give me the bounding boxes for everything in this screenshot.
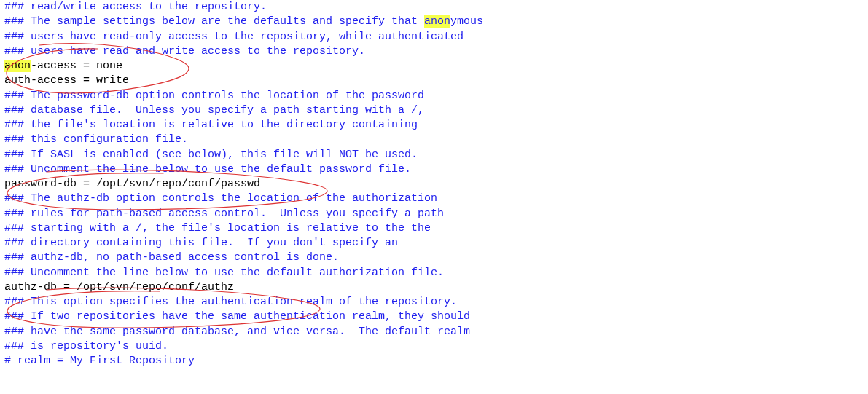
text-segment: ### database file. Unless you specify a … [4, 104, 424, 117]
text-segment: ### The authz-db option controls the loc… [4, 192, 437, 205]
code-line: ### Uncomment the line below to use the … [4, 162, 864, 177]
text-segment: ### users have read-only access to the r… [4, 31, 464, 43]
code-line: ### directory containing this file. If y… [4, 236, 864, 251]
text-segment: # realm = My First Repository [4, 355, 195, 367]
text-segment: ### the file's location is relative to t… [4, 119, 418, 131]
config-file-view: ### read/write access to the repository.… [0, 0, 868, 369]
text-segment: -access = none [31, 60, 122, 72]
code-line: ### users have read-only access to the r… [4, 30, 864, 44]
text-segment: ### The sample settings below are the de… [4, 15, 424, 28]
code-line: # realm = My First Repository [4, 354, 864, 369]
text-segment: ### This option specifies the authentica… [4, 296, 457, 308]
code-line: ### This option specifies the authentica… [4, 295, 864, 310]
code-line: ### is repository's uuid. [4, 339, 864, 354]
code-line: ### The authz-db option controls the loc… [4, 192, 864, 206]
code-line: auth-access = write [4, 74, 864, 88]
text-segment: ### Uncomment the line below to use the … [4, 163, 411, 176]
code-line: ### authz-db, no path-based access contr… [4, 251, 864, 265]
code-line: password-db = /opt/svn/repo/conf/passwd [4, 177, 864, 192]
code-line: ### read/write access to the repository. [4, 0, 864, 15]
text-segment: ### is repository's uuid. [4, 340, 168, 352]
code-line: authz-db = /opt/svn/repo/conf/authz [4, 280, 864, 295]
code-line: ### users have read and write access to … [4, 44, 864, 59]
text-segment: ### directory containing this file. If y… [4, 237, 398, 249]
code-line: ### this configuration file. [4, 133, 864, 147]
code-line: ### rules for path-based access control.… [4, 207, 864, 221]
code-line: ### have the same password database, and… [4, 325, 864, 339]
code-line: anon-access = none [4, 59, 864, 74]
text-segment: ### have the same password database, and… [4, 326, 470, 338]
text-segment: ### users have read and write access to … [4, 45, 365, 58]
code-line: ### the file's location is relative to t… [4, 118, 864, 133]
code-line: ### The password-db option controls the … [4, 89, 864, 103]
text-segment: ### read/write access to the repository. [4, 1, 267, 13]
text-segment: password-db = /opt/svn/repo/conf/passwd [4, 178, 260, 190]
text-segment: ### authz-db, no path-based access contr… [4, 251, 339, 264]
text-segment: ### this configuration file. [4, 133, 188, 146]
text-segment: authz-db = /opt/svn/repo/conf/authz [4, 281, 234, 293]
text-segment: ### If two repositories have the same au… [4, 310, 470, 323]
code-line: ### starting with a /, the file's locati… [4, 221, 864, 236]
text-segment: ### The password-db option controls the … [4, 90, 424, 102]
text-segment: ### starting with a /, the file's locati… [4, 222, 431, 235]
text-segment: ### Uncomment the line below to use the … [4, 267, 444, 279]
code-line: ### Uncomment the line below to use the … [4, 266, 864, 280]
text-segment: auth-access = write [4, 74, 129, 87]
code-line: ### If SASL is enabled (see below), this… [4, 148, 864, 162]
code-line: ### database file. Unless you specify a … [4, 103, 864, 118]
code-line: ### If two repositories have the same au… [4, 310, 864, 324]
text-segment: anon [4, 60, 31, 72]
text-segment: ymous [450, 15, 483, 28]
text-segment: ### rules for path-based access control.… [4, 208, 444, 220]
text-segment: ### If SASL is enabled (see below), this… [4, 149, 418, 161]
text-segment: anon [424, 15, 450, 28]
code-line: ### The sample settings below are the de… [4, 15, 864, 29]
